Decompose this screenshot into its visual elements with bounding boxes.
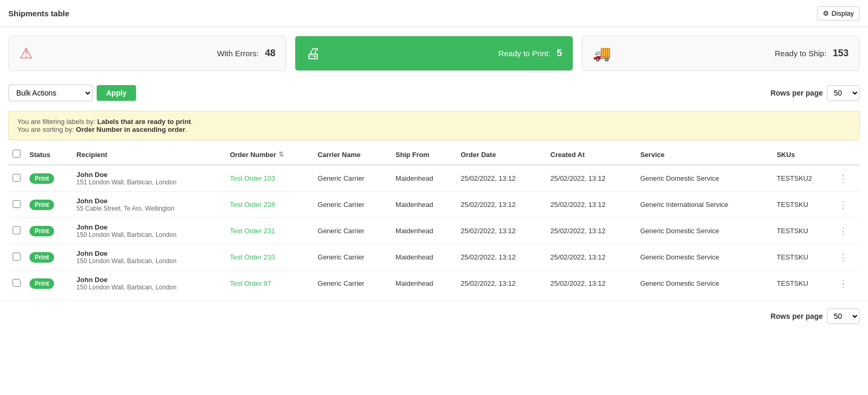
row-menu-cell: ⋮ — [834, 271, 860, 297]
row-ship-from: Maidenhead — [391, 271, 457, 297]
row-menu-icon[interactable]: ⋮ — [839, 226, 848, 236]
row-order-number: Test Order 231 — [225, 218, 313, 244]
row-menu-icon[interactable]: ⋮ — [839, 200, 848, 210]
row-menu-icon[interactable]: ⋮ — [839, 173, 848, 184]
row-checkbox[interactable] — [13, 226, 20, 234]
display-button[interactable]: ⚙ Display — [817, 6, 860, 20]
row-checkbox-cell — [8, 244, 25, 271]
recipient-address: 150 London Wall, Barbican, London — [77, 284, 222, 291]
row-service: Generic Domestic Service — [636, 244, 772, 271]
apply-button[interactable]: Apply — [97, 85, 136, 101]
print-badge: Print — [29, 226, 54, 236]
row-ship-from: Maidenhead — [391, 165, 457, 192]
row-order-number: Test Order 97 — [225, 271, 313, 297]
toolbar-right: Rows per page 50 100 200 — [770, 85, 860, 101]
table-header-row: Status Recipient Order Number ⇅ Carrier … — [8, 144, 860, 165]
row-created-at: 25/02/2022, 13:12 — [546, 244, 636, 271]
row-recipient: John Doe 150 London Wall, Barbican, Lond… — [73, 271, 226, 297]
row-checkbox-cell — [8, 218, 25, 244]
col-header-order-number[interactable]: Order Number ⇅ — [225, 144, 313, 165]
row-skus: TESTSKU — [772, 192, 834, 218]
recipient-name: John Doe — [77, 223, 222, 231]
row-ship-from: Maidenhead — [391, 218, 457, 244]
recipient-address: 150 London Wall, Barbican, London — [77, 257, 222, 265]
print-badge: Print — [29, 200, 54, 210]
sort-icon: ⇅ — [278, 151, 284, 158]
stats-bar: ⚠ With Errors: 48 🖨 Ready to Print: 5 🚚 … — [0, 27, 868, 79]
gear-icon: ⚙ — [823, 9, 829, 17]
toolbar: Bulk Actions Apply Rows per page 50 100 … — [0, 79, 868, 107]
page-title: Shipments table — [8, 9, 69, 18]
col-header-created-at: Created At — [546, 144, 636, 165]
page-header: Shipments table ⚙ Display — [0, 0, 868, 27]
toolbar-left: Bulk Actions Apply — [8, 85, 136, 101]
row-carrier: Generic Carrier — [314, 218, 391, 244]
recipient-address: 55 Cable Street, Te Aro, Wellington — [77, 205, 222, 212]
row-menu-icon[interactable]: ⋮ — [839, 278, 848, 289]
row-service: Generic Domestic Service — [636, 271, 772, 297]
row-order-date: 25/02/2022, 13:12 — [457, 271, 546, 297]
row-checkbox[interactable] — [13, 253, 20, 261]
row-order-date: 25/02/2022, 13:12 — [457, 165, 546, 192]
stat-card-ship[interactable]: 🚚 Ready to Ship: 153 — [582, 36, 860, 71]
rows-per-page-select[interactable]: 50 100 200 — [827, 85, 860, 101]
filter-line1: You are filtering labels by: Labels that… — [17, 118, 851, 126]
row-status: Print — [25, 218, 73, 244]
order-number-link[interactable]: Test Order 228 — [230, 201, 275, 209]
row-service: Generic International Service — [636, 192, 772, 218]
row-menu-cell: ⋮ — [834, 218, 860, 244]
row-order-number: Test Order 228 — [225, 192, 313, 218]
row-carrier: Generic Carrier — [314, 192, 391, 218]
print-badge: Print — [29, 278, 54, 289]
row-carrier: Generic Carrier — [314, 271, 391, 297]
order-number-link[interactable]: Test Order 97 — [230, 279, 271, 287]
row-skus: TESTSKU — [772, 218, 834, 244]
filter-banner: You are filtering labels by: Labels that… — [8, 111, 860, 140]
col-header-carrier: Carrier Name — [314, 144, 391, 165]
table-row: Print John Doe 150 London Wall, Barbican… — [8, 271, 860, 297]
row-status: Print — [25, 192, 73, 218]
recipient-name: John Doe — [77, 197, 222, 205]
print-badge: Print — [29, 173, 54, 184]
recipient-name: John Doe — [77, 276, 222, 284]
row-created-at: 25/02/2022, 13:12 — [546, 192, 636, 218]
shipments-table-container: Status Recipient Order Number ⇅ Carrier … — [0, 144, 868, 296]
select-all-checkbox[interactable] — [13, 150, 20, 158]
row-status: Print — [25, 244, 73, 271]
order-number-link[interactable]: Test Order 231 — [230, 227, 275, 235]
col-header-skus: SKUs — [772, 144, 834, 165]
bottom-rows-per-page-select[interactable]: 50 100 200 — [827, 308, 860, 324]
order-number-link[interactable]: Test Order 233 — [230, 253, 275, 261]
recipient-name: John Doe — [77, 250, 222, 257]
row-skus: TESTSKU2 — [772, 165, 834, 192]
row-order-date: 25/02/2022, 13:12 — [457, 244, 546, 271]
col-header-recipient: Recipient — [73, 144, 226, 165]
row-order-date: 25/02/2022, 13:12 — [457, 192, 546, 218]
row-checkbox[interactable] — [13, 200, 20, 208]
order-number-link[interactable]: Test Order 103 — [230, 174, 275, 182]
recipient-address: 150 London Wall, Barbican, London — [77, 231, 222, 238]
row-menu-icon[interactable]: ⋮ — [839, 252, 848, 263]
row-checkbox[interactable] — [13, 174, 20, 182]
row-recipient: John Doe 55 Cable Street, Te Aro, Wellin… — [73, 192, 226, 218]
row-recipient: John Doe 150 London Wall, Barbican, Lond… — [73, 244, 226, 271]
row-checkbox-cell — [8, 271, 25, 297]
row-checkbox-cell — [8, 165, 25, 192]
row-status: Print — [25, 165, 73, 192]
bottom-toolbar: Rows per page 50 100 200 — [0, 300, 868, 331]
table-row: Print John Doe 150 London Wall, Barbican… — [8, 244, 860, 271]
bulk-actions-select[interactable]: Bulk Actions — [8, 85, 92, 101]
recipient-name: John Doe — [77, 171, 222, 179]
stat-card-errors[interactable]: ⚠ With Errors: 48 — [8, 36, 286, 71]
row-order-number: Test Order 233 — [225, 244, 313, 271]
printer-icon: 🖨 — [306, 45, 321, 62]
stat-card-print[interactable]: 🖨 Ready to Print: 5 — [295, 36, 573, 71]
row-checkbox[interactable] — [13, 279, 20, 287]
row-created-at: 25/02/2022, 13:12 — [546, 271, 636, 297]
row-menu-cell: ⋮ — [834, 192, 860, 218]
row-checkbox-cell — [8, 192, 25, 218]
col-header-ship-from: Ship From — [391, 144, 457, 165]
row-ship-from: Maidenhead — [391, 244, 457, 271]
print-badge: Print — [29, 252, 54, 263]
row-skus: TESTSKU — [772, 244, 834, 271]
